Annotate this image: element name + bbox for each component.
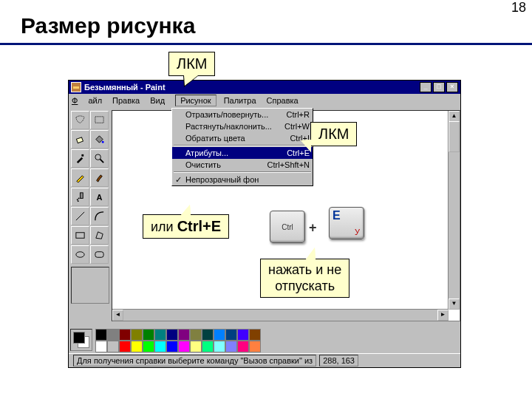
minimize-button[interactable]: _ xyxy=(420,82,432,92)
close-button[interactable]: × xyxy=(446,82,458,92)
color-swatch[interactable] xyxy=(131,341,143,352)
window-buttons: _ □ × xyxy=(420,82,458,92)
color-swatch[interactable] xyxy=(249,341,261,352)
menu-picture[interactable]: Рисунок xyxy=(175,95,216,106)
color-swatch[interactable] xyxy=(237,329,249,341)
menu-item-attributes[interactable]: Атрибуты...Ctrl+E xyxy=(172,147,313,159)
menu-view[interactable]: Вид xyxy=(150,96,165,105)
titlebar[interactable]: Безымянный - Paint _ □ × xyxy=(69,81,460,94)
tool-ellipse[interactable] xyxy=(71,245,89,264)
callout-prefix: или xyxy=(151,219,177,234)
color-swatch[interactable] xyxy=(119,341,131,352)
callout-press-hold: нажать и не отпускать xyxy=(260,259,349,298)
scroll-down-button[interactable]: ▼ xyxy=(449,299,460,310)
menu-item-flip[interactable]: Отразить/повернуть...Ctrl+R xyxy=(172,109,313,120)
callout-or-hotkey: или Ctrl+E xyxy=(143,214,229,239)
color-swatch[interactable] xyxy=(237,341,249,352)
menu-item-shortcut: Ctrl+W xyxy=(284,122,310,131)
color-swatch[interactable] xyxy=(225,329,237,341)
tool-airbrush[interactable] xyxy=(71,188,89,206)
menu-item-label: Атрибуты... xyxy=(185,149,228,157)
menu-help[interactable]: Справка xyxy=(267,96,299,105)
menu-item-clear[interactable]: ОчиститьCtrl+Shft+N xyxy=(172,159,313,171)
tool-pencil[interactable] xyxy=(71,168,89,187)
app-icon xyxy=(71,82,81,92)
tool-picker[interactable] xyxy=(71,149,89,168)
menu-item-label: Отразить/повернуть... xyxy=(185,110,268,119)
status-coords: 288, 163 xyxy=(319,355,358,366)
tool-grid: A xyxy=(71,111,111,264)
color-swatch[interactable] xyxy=(95,329,107,341)
tool-curve[interactable] xyxy=(90,207,109,225)
color-swatch[interactable] xyxy=(178,341,190,352)
color-swatch[interactable] xyxy=(95,341,107,352)
color-swatch[interactable] xyxy=(154,329,166,341)
scroll-right-button[interactable]: ► xyxy=(437,310,449,321)
menu-edit[interactable]: Правка xyxy=(112,96,140,105)
color-swatch[interactable] xyxy=(154,341,166,352)
keycap-label-sub: У xyxy=(355,228,360,236)
color-swatch[interactable] xyxy=(190,341,202,352)
scroll-up-button[interactable]: ▲ xyxy=(449,111,460,122)
svg-rect-0 xyxy=(95,117,103,123)
menu-item-label: Очистить xyxy=(185,160,221,169)
menu-item-stretch[interactable]: Растянуть/наклонить...Ctrl+W xyxy=(172,120,313,132)
menu-palette[interactable]: Палитра xyxy=(224,96,256,105)
color-swatch[interactable] xyxy=(178,329,190,341)
tool-text[interactable]: A xyxy=(90,188,109,206)
svg-line-5 xyxy=(100,159,103,163)
menu-item-opaque[interactable]: ✓Непрозрачный фон xyxy=(172,174,313,185)
color-swatch[interactable] xyxy=(107,341,119,352)
scrollbar-vertical[interactable]: ▲ ▼ xyxy=(448,111,460,310)
color-palette xyxy=(70,327,459,352)
menu-separator xyxy=(174,171,311,173)
color-swatch[interactable] xyxy=(143,329,154,341)
color-swatch[interactable] xyxy=(214,329,225,341)
scroll-thumb[interactable] xyxy=(449,121,460,152)
menu-file[interactable]: ФФайлайл xyxy=(72,96,102,105)
color-grid xyxy=(95,329,260,352)
color-swatch[interactable] xyxy=(249,329,261,341)
svg-rect-1 xyxy=(76,137,83,143)
scroll-left-button[interactable]: ◄ xyxy=(112,310,123,321)
tool-eraser[interactable] xyxy=(71,130,89,149)
tool-line[interactable] xyxy=(71,207,89,225)
tool-freeform-select[interactable] xyxy=(71,111,89,129)
callout-lkm-item: ЛКМ xyxy=(310,122,357,146)
callout-tail xyxy=(301,140,311,152)
color-swatch[interactable] xyxy=(131,329,143,341)
tool-roundrect[interactable] xyxy=(90,245,109,264)
tool-zoom[interactable] xyxy=(90,149,109,168)
menu-item-invert[interactable]: Обратить цветаCtrl+I xyxy=(172,132,313,144)
color-swatch[interactable] xyxy=(166,329,178,341)
color-swatch[interactable] xyxy=(190,329,202,341)
callout-tail xyxy=(306,248,316,259)
menubar: ФФайлайл Правка Вид Рисунок Палитра Спра… xyxy=(69,94,460,107)
scrollbar-horizontal[interactable]: ◄ ► xyxy=(112,309,449,321)
tool-fill[interactable] xyxy=(90,130,109,149)
slide-title: Размер рисунка xyxy=(21,13,195,38)
color-swatch[interactable] xyxy=(107,329,119,341)
svg-rect-13 xyxy=(95,252,103,258)
color-swatch[interactable] xyxy=(214,341,225,352)
color-swatch[interactable] xyxy=(143,341,154,352)
color-swatch[interactable] xyxy=(166,341,178,352)
color-swatch[interactable] xyxy=(202,329,214,341)
status-text: Для получения справки выберите команду "… xyxy=(73,355,316,366)
maximize-button[interactable]: □ xyxy=(433,82,445,92)
callout-text: ЛКМ xyxy=(177,55,207,72)
color-swatch[interactable] xyxy=(119,329,131,341)
tool-rect-select[interactable] xyxy=(90,111,109,129)
title-underline xyxy=(0,43,532,45)
callout-key: Ctrl+E xyxy=(177,218,221,234)
svg-point-7 xyxy=(77,199,78,200)
tool-rect[interactable] xyxy=(71,226,89,245)
check-icon: ✓ xyxy=(175,175,182,185)
color-swatch[interactable] xyxy=(202,341,214,352)
callout-text: ЛКМ xyxy=(318,126,349,142)
tool-brush[interactable] xyxy=(90,168,109,187)
status-bar: Для получения справки выберите команду "… xyxy=(69,353,460,367)
tool-polygon[interactable] xyxy=(90,226,109,245)
color-swatch[interactable] xyxy=(225,341,237,352)
current-colors[interactable] xyxy=(70,329,92,351)
